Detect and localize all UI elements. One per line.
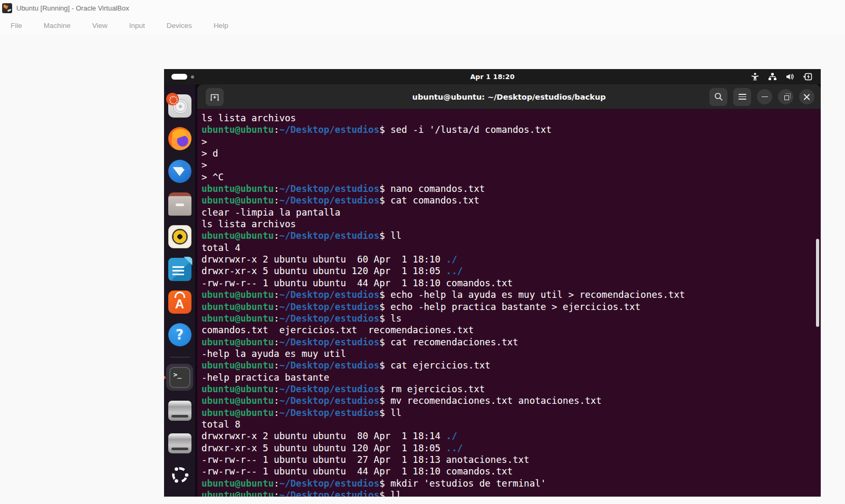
disk-icon[interactable] <box>168 398 191 421</box>
terminal-line: > d <box>201 148 817 159</box>
terminal-line: ubuntu@ubuntu:~/Desktop/estudios$ ll <box>201 489 817 497</box>
terminal-line: drwxrwxr-x 2 ubuntu ubuntu 80 Apr 1 18:1… <box>201 430 817 442</box>
terminal-line: > ^C <box>201 171 817 183</box>
search-icon <box>714 92 723 101</box>
menu-view[interactable]: View <box>92 22 108 30</box>
terminal-headerbar[interactable]: ubuntu@ubuntu: ~/Desktop/estudios/backup <box>197 84 821 109</box>
terminal-line: clear -limpia la pantalla <box>201 207 817 218</box>
terminal-line: drwxr-xr-x 5 ubuntu ubuntu 120 Apr 1 18:… <box>201 265 817 277</box>
menu-button[interactable] <box>733 88 751 106</box>
menu-devices[interactable]: Devices <box>167 22 192 30</box>
terminal-line: -rw-rw-r-- 1 ubuntu ubuntu 44 Apr 1 18:1… <box>201 466 817 477</box>
virtualbox-logo-icon <box>2 3 12 13</box>
close-button[interactable] <box>799 89 814 104</box>
host-titlebar: Ubuntu [Running] - Oracle VirtualBox <box>0 0 845 16</box>
firefox-icon[interactable] <box>168 127 191 150</box>
terminal-scrollbar-thumb[interactable] <box>816 239 819 327</box>
thunderbird-icon[interactable] <box>168 160 191 183</box>
app-center-icon[interactable]: A <box>168 290 191 314</box>
battery-icon[interactable] <box>803 73 813 81</box>
terminal-line: ubuntu@ubuntu:~/Desktop/estudios$ ll <box>201 407 817 419</box>
disk-icon-2[interactable] <box>168 431 191 454</box>
terminal-icon[interactable]: >_ <box>166 364 193 391</box>
terminal-line: ubuntu@ubuntu:~/Desktop/estudios$ mv rec… <box>201 395 817 406</box>
search-button[interactable] <box>709 88 727 106</box>
terminal-line: -rw-rw-r-- 1 ubuntu ubuntu 44 Apr 1 18:1… <box>201 277 817 289</box>
host-menubar: File Machine View Input Devices Help <box>0 16 845 35</box>
rhythmbox-icon[interactable] <box>168 225 191 248</box>
terminal-line: comandos.txt ejercicios.txt recomendacio… <box>201 324 817 336</box>
terminal-line: ubuntu@ubuntu:~/Desktop/estudios$ echo -… <box>201 289 817 301</box>
terminal-line: ubuntu@ubuntu:~/Desktop/estudios$ nano c… <box>201 183 817 195</box>
menu-input[interactable]: Input <box>129 22 145 30</box>
menu-icon <box>738 94 746 100</box>
running-indicator-dot <box>164 376 166 379</box>
clock[interactable]: Apr 1 18:20 <box>164 69 821 84</box>
menu-help[interactable]: Help <box>214 22 228 30</box>
terminal-line: > <box>201 136 817 148</box>
terminal-line: -rw-rw-r-- 1 ubuntu ubuntu 27 Apr 1 18:1… <box>201 454 817 466</box>
libreoffice-writer-icon[interactable] <box>168 258 191 281</box>
minimize-icon <box>762 96 768 98</box>
menu-machine[interactable]: Machine <box>44 22 71 30</box>
dock: A ? >_ <box>164 84 195 497</box>
network-icon[interactable] <box>768 73 777 81</box>
close-icon <box>803 93 810 100</box>
terminal-line: total 8 <box>201 419 817 430</box>
help-icon[interactable]: ? <box>168 323 191 346</box>
terminal-line: ubuntu@ubuntu:~/Desktop/estudios$ echo -… <box>201 301 817 313</box>
terminal-line: ubuntu@ubuntu:~/Desktop/estudios$ cat ej… <box>201 360 817 371</box>
ubuntu-installer-icon[interactable] <box>168 94 191 118</box>
terminal-line: ubuntu@ubuntu:~/Desktop/estudios$ ls <box>201 313 817 324</box>
new-tab-button[interactable] <box>206 88 224 106</box>
restore-icon <box>784 95 789 100</box>
new-tab-icon <box>210 93 219 101</box>
terminal-line: drwxrwxr-x 2 ubuntu ubuntu 60 Apr 1 18:1… <box>201 254 817 265</box>
terminal-window: ubuntu@ubuntu: ~/Desktop/estudios/backup <box>197 84 821 497</box>
terminal-line: ubuntu@ubuntu:~/Desktop/estudios$ ll <box>201 230 817 241</box>
terminal-line: ubuntu@ubuntu:~/Desktop/estudios$ mkdir … <box>201 478 817 489</box>
terminal-line: ls lista archivos <box>201 218 817 230</box>
system-status-area[interactable] <box>751 69 813 84</box>
vm-display: Apr 1 18:20 A ? <box>164 69 821 497</box>
terminal-output: ls lista archivosubuntu@ubuntu:~/Desktop… <box>201 112 817 497</box>
terminal-body[interactable]: ls lista archivosubuntu@ubuntu:~/Desktop… <box>197 110 821 497</box>
terminal-line: ubuntu@ubuntu:~/Desktop/estudios$ cat co… <box>201 195 817 206</box>
terminal-line: drwxr-xr-x 5 ubuntu ubuntu 120 Apr 1 18:… <box>201 442 817 454</box>
terminal-line: ubuntu@ubuntu:~/Desktop/estudios$ cat re… <box>201 336 817 348</box>
ubuntu-logo-icon[interactable] <box>168 463 191 487</box>
terminal-line: -help practica bastante <box>201 372 817 383</box>
accessibility-icon[interactable] <box>751 73 759 81</box>
host-window-title: Ubuntu [Running] - Oracle VirtualBox <box>16 4 129 12</box>
menu-file[interactable]: File <box>11 22 22 30</box>
minimize-button[interactable] <box>757 89 772 104</box>
gnome-topbar: Apr 1 18:20 <box>164 69 821 84</box>
files-icon[interactable] <box>168 192 191 216</box>
terminal-line: ls lista archivos <box>201 112 817 124</box>
maximize-button[interactable] <box>778 89 793 104</box>
terminal-line: total 4 <box>201 242 817 254</box>
dock-separator <box>170 357 190 357</box>
volume-icon[interactable] <box>786 73 794 81</box>
terminal-line: ubuntu@ubuntu:~/Desktop/estudios$ rm eje… <box>201 383 817 395</box>
terminal-line: ubuntu@ubuntu:~/Desktop/estudios$ sed -i… <box>201 124 817 135</box>
terminal-line: -help la ayuda es muy util <box>201 348 817 360</box>
terminal-line: > <box>201 159 817 171</box>
